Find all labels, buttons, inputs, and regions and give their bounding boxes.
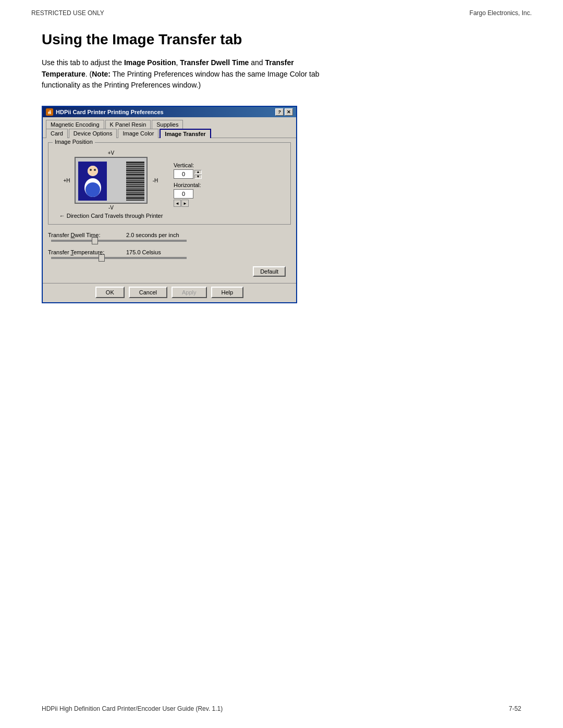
- direction-arrow-text: ← Direction Card Travels through Printer: [59, 213, 163, 219]
- transfer-section: Transfer Dwell Time: 2.0 seconds per inc…: [48, 230, 291, 279]
- app-icon: 🖨: [46, 108, 53, 116]
- temperature-value: 175.0 Celsius: [126, 249, 161, 255]
- horizontal-slider-buttons: ◄ ►: [174, 200, 202, 207]
- image-position-group: Image Position +V +H: [48, 142, 291, 225]
- vertical-down-button[interactable]: ▼: [194, 175, 202, 179]
- page-title: Using the Image Transfer tab: [42, 31, 521, 48]
- horizontal-left-button[interactable]: ◄: [174, 200, 181, 207]
- dwell-slider-thumb[interactable]: [92, 237, 98, 244]
- header-left: RESTRICTED USE ONLY: [31, 9, 104, 17]
- card-preview: [75, 157, 148, 204]
- vertical-control: Vertical: ▲ ▼: [174, 162, 202, 179]
- image-position-label: Image Position: [53, 139, 95, 145]
- horizontal-control: Horizontal: ◄ ►: [174, 182, 202, 207]
- tab-device-options[interactable]: Device Options: [69, 129, 117, 138]
- close-titlebar-button[interactable]: ✕: [285, 108, 293, 116]
- apply-button[interactable]: Apply: [172, 287, 207, 298]
- dwell-label-row: Transfer Dwell Time: 2.0 seconds per inc…: [48, 232, 291, 238]
- dwell-time-value: 2.0 seconds per inch: [126, 232, 179, 238]
- pos-top-label: +V: [108, 150, 115, 156]
- bold-image-position: Image Position: [124, 58, 176, 67]
- dwell-slider-track[interactable]: [51, 240, 187, 242]
- page-footer: HDPii High Definition Card Printer/Encod…: [42, 705, 521, 712]
- dialog-title: HDPii Card Printer Printing Preferences: [56, 109, 164, 115]
- pos-bottom-label: -V: [108, 205, 114, 211]
- dwell-time-row: Transfer Dwell Time: 2.0 seconds per inc…: [48, 232, 291, 242]
- dwell-time-label: Transfer Dwell Time:: [48, 232, 121, 238]
- image-position-content: +V +H: [54, 147, 285, 219]
- help-titlebar-button[interactable]: ?: [275, 108, 284, 116]
- tab-supplies[interactable]: Supplies: [152, 120, 183, 129]
- cancel-button[interactable]: Cancel: [129, 287, 167, 298]
- temp-slider-track[interactable]: [51, 257, 187, 259]
- vertical-spinner: ▲ ▼: [174, 169, 202, 179]
- dialog-footer: OK Cancel Apply Help: [43, 283, 296, 302]
- vertical-up-button[interactable]: ▲: [194, 170, 202, 174]
- card-photo: [78, 162, 107, 201]
- dialog-body: Image Position +V +H: [43, 138, 296, 283]
- tabs-row1: Magnetic Encoding K Panel Resin Supplies: [43, 117, 296, 128]
- position-diagram: +V +H: [54, 150, 168, 219]
- direction-label: Direction Card Travels through Printer: [67, 213, 163, 219]
- bold-dwell-time: Transfer Dwell Time: [180, 58, 249, 67]
- help-button[interactable]: Help: [211, 287, 244, 298]
- tab-magnetic-encoding[interactable]: Magnetic Encoding: [46, 120, 104, 129]
- footer-left: HDPii High Definition Card Printer/Encod…: [42, 705, 223, 712]
- page-content: Using the Image Transfer tab Use this ta…: [0, 21, 563, 345]
- tab-card[interactable]: Card: [46, 129, 68, 138]
- default-button[interactable]: Default: [253, 266, 286, 277]
- temp-label-row: Transfer Temperature: 175.0 Celsius: [48, 249, 291, 255]
- vertical-input[interactable]: [174, 169, 193, 179]
- horizontal-right-button[interactable]: ►: [181, 200, 189, 207]
- tabs-row2: Card Device Options Image Color Image Tr…: [43, 128, 296, 138]
- intro-paragraph: Use this tab to adjust the Image Positio…: [42, 57, 469, 91]
- dialog-box: 🖨 HDPii Card Printer Printing Preference…: [42, 106, 297, 303]
- temperature-row: Transfer Temperature: 175.0 Celsius: [48, 249, 291, 259]
- titlebar-buttons: ? ✕: [275, 108, 293, 116]
- tab-image-transfer[interactable]: Image Transfer: [160, 129, 211, 138]
- pos-middle-row: +H: [61, 157, 161, 204]
- person-svg: [78, 162, 107, 201]
- footer-right: 7-52: [509, 705, 521, 712]
- card-barcode: [126, 162, 144, 201]
- vertical-label: Vertical:: [174, 162, 202, 168]
- svg-point-4: [88, 166, 98, 176]
- svg-point-3: [85, 182, 100, 197]
- page-header: RESTRICTED USE ONLY Fargo Electronics, I…: [0, 0, 563, 21]
- dialog-titlebar: 🖨 HDPii Card Printer Printing Preference…: [43, 107, 296, 117]
- tab-image-color[interactable]: Image Color: [118, 129, 158, 138]
- vertical-spinner-buttons: ▲ ▼: [194, 170, 202, 179]
- pos-left-label: +H: [61, 178, 72, 183]
- dialog-wrapper: 🖨 HDPii Card Printer Printing Preference…: [42, 106, 521, 303]
- header-right: Fargo Electronics, Inc.: [470, 9, 532, 17]
- temperature-label: Transfer Temperature:: [48, 249, 121, 255]
- svg-point-6: [94, 169, 96, 171]
- position-controls: Vertical: ▲ ▼ Horizont: [174, 162, 202, 207]
- pos-right-label: -H: [150, 178, 161, 183]
- bold-note: Note:: [92, 70, 111, 78]
- ok-button[interactable]: OK: [95, 287, 125, 298]
- temp-slider-thumb[interactable]: [99, 254, 105, 262]
- horizontal-input[interactable]: [174, 189, 193, 199]
- horizontal-label: Horizontal:: [174, 182, 202, 188]
- svg-point-5: [90, 169, 92, 171]
- titlebar-left: 🖨 HDPii Card Printer Printing Preference…: [46, 108, 164, 116]
- tab-k-panel-resin[interactable]: K Panel Resin: [105, 120, 151, 129]
